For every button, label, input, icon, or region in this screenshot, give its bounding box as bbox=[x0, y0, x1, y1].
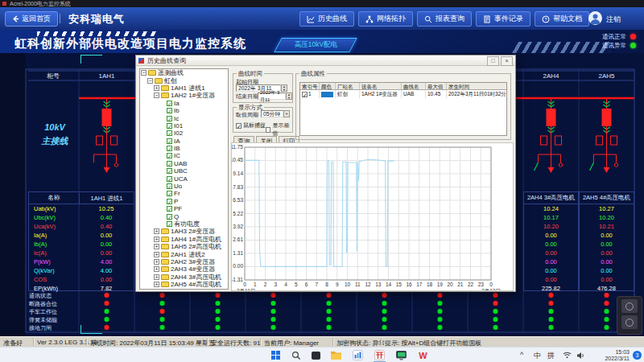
nav-history-curve-button[interactable]: 历史曲线 bbox=[299, 11, 354, 27]
end-date-field[interactable]: 2022年 3月11 bbox=[258, 93, 286, 100]
meter-value: 10.20 bbox=[580, 214, 634, 221]
nav-network-topology-button[interactable]: 网络拓扑 bbox=[358, 11, 413, 27]
tree-expand-icon[interactable]: + bbox=[154, 244, 159, 249]
show-extremes-checkbox[interactable] bbox=[266, 127, 270, 133]
tree-item[interactable]: ✓Uo bbox=[140, 183, 228, 190]
nav-report-query-button[interactable]: 报表查询 bbox=[417, 11, 472, 27]
tree-expand-icon[interactable]: + bbox=[154, 282, 159, 287]
tree-item[interactable]: ✓IA bbox=[140, 138, 228, 145]
signal-checkbox-icon[interactable]: ✓ bbox=[167, 221, 172, 227]
tree-expand-icon[interactable]: − bbox=[154, 93, 159, 98]
scada-app-button[interactable] bbox=[374, 349, 386, 362]
legend-dot bbox=[630, 34, 636, 39]
tree-item[interactable]: ✓UAB bbox=[140, 160, 228, 167]
tree-item[interactable]: ✓UCA bbox=[140, 175, 228, 182]
tree-item[interactable]: ✓IB bbox=[140, 145, 228, 152]
signal-checkbox-icon[interactable]: ✓ bbox=[167, 191, 172, 196]
svg-text:6: 6 bbox=[305, 282, 308, 287]
notification-badge[interactable]: 3 bbox=[633, 351, 642, 360]
tree-item[interactable]: −遥测曲线 bbox=[140, 69, 228, 76]
signal-checkbox-icon[interactable]: ✓ bbox=[167, 161, 172, 167]
tree-item[interactable]: ✓P bbox=[140, 198, 228, 205]
nav-event-record-button[interactable]: 事件记录 bbox=[476, 11, 530, 27]
avatar[interactable] bbox=[588, 11, 602, 25]
tab-hv-10kv[interactable]: 高压10kV配电 bbox=[274, 38, 357, 52]
signal-checkbox-icon[interactable]: ✓ bbox=[167, 108, 172, 113]
signal-checkbox-icon[interactable]: ✓ bbox=[167, 153, 172, 158]
signal-checkbox-icon[interactable]: ✓ bbox=[167, 214, 172, 220]
close-button[interactable]: × bbox=[501, 56, 513, 66]
signal-checkbox-icon[interactable]: ✓ bbox=[167, 183, 172, 189]
ime-mode-indicator[interactable]: 拼 bbox=[547, 351, 555, 361]
tree-expand-icon[interactable]: + bbox=[154, 228, 159, 234]
signal-checkbox-icon[interactable]: ✓ bbox=[167, 206, 172, 212]
tree-item[interactable]: ✓UBC bbox=[140, 167, 228, 175]
curve-enabled-checkbox[interactable]: ✓ bbox=[302, 92, 308, 97]
tree-expand-icon[interactable]: + bbox=[154, 85, 159, 91]
tray-chevron[interactable]: ^ bbox=[520, 351, 523, 359]
monitor-app-button[interactable] bbox=[395, 349, 407, 361]
widget-capture-icon[interactable] bbox=[621, 299, 638, 313]
tree-item[interactable]: −1AH2 1#变压器 bbox=[140, 92, 228, 99]
signal-checkbox-icon[interactable]: ✓ bbox=[167, 123, 172, 129]
mouse-capture-checkbox[interactable]: ✓ bbox=[236, 123, 242, 129]
widget-tool-icon[interactable] bbox=[621, 315, 638, 329]
nav-help-doc-button[interactable]: ?帮助文档 bbox=[535, 11, 589, 27]
signal-checkbox-icon[interactable]: ✓ bbox=[167, 138, 172, 144]
period-dropdown-icon[interactable]: ▼ bbox=[283, 110, 290, 117]
tree-item[interactable]: ✓Ib bbox=[140, 107, 228, 114]
file-explorer-button[interactable] bbox=[330, 349, 342, 361]
search-button[interactable] bbox=[290, 349, 302, 361]
signal-checkbox-icon[interactable]: ✓ bbox=[167, 199, 172, 204]
tree-item[interactable]: +2AH5 4#高压电机 bbox=[140, 281, 228, 288]
back-home-button[interactable]: 返回首页 bbox=[5, 11, 58, 27]
dark-app-icon bbox=[312, 352, 320, 360]
tree-item[interactable]: ✓PF bbox=[140, 205, 228, 212]
tree-item[interactable]: ✓IC bbox=[140, 152, 228, 159]
tree-item[interactable]: ✓Ia bbox=[140, 100, 228, 107]
logout-button[interactable]: 注销 bbox=[606, 14, 621, 25]
signal-checkbox-icon[interactable]: ✓ bbox=[167, 146, 172, 151]
meter-value: 0.00 bbox=[580, 276, 634, 283]
statusbar-separator bbox=[260, 338, 262, 346]
signal-checkbox-icon[interactable]: ✓ bbox=[167, 176, 172, 182]
tree-expand-icon[interactable]: + bbox=[154, 274, 159, 280]
maximize-button[interactable]: □ bbox=[487, 56, 499, 66]
floating-widget[interactable] bbox=[617, 296, 642, 335]
props-data-row[interactable]: ✓1虹创1AH2 1#变压器UAB10.452022年3月11日01时32分 bbox=[300, 90, 506, 98]
svg-text:10: 10 bbox=[345, 282, 351, 287]
tree-item[interactable]: ✓Ic bbox=[140, 114, 228, 121]
tree-expand-icon[interactable]: + bbox=[154, 259, 159, 265]
tree-item[interactable]: ✓I02 bbox=[140, 130, 228, 137]
signal-checkbox-icon[interactable]: ✓ bbox=[167, 116, 172, 121]
signal-checkbox-icon[interactable]: ✓ bbox=[167, 168, 172, 174]
tree-item[interactable]: ✓Fr bbox=[140, 190, 228, 197]
header-band: 虹科创新外部供电改造项目电力监控系统 高压10kV配电 bbox=[0, 30, 644, 53]
ime-indicator[interactable]: 中 bbox=[534, 351, 541, 361]
end-date-spinner[interactable]: ▲▼ bbox=[286, 93, 292, 100]
tree-expand-icon[interactable]: + bbox=[154, 237, 159, 242]
svg-text:3月11日: 3月11日 bbox=[237, 288, 255, 290]
signal-checkbox-icon[interactable]: ✓ bbox=[167, 130, 172, 136]
meter-row: 0.00 bbox=[524, 249, 578, 257]
meter-value: 4.00 bbox=[79, 258, 134, 265]
chart-app-button[interactable] bbox=[352, 349, 364, 361]
tree-expand-icon[interactable]: − bbox=[147, 78, 153, 84]
signal-checkbox-icon[interactable]: ✓ bbox=[167, 101, 172, 106]
dialog-titlebar[interactable]: 历史曲线查询 □ × bbox=[136, 56, 515, 66]
tree-expand-icon[interactable]: − bbox=[141, 70, 147, 76]
curve-tree[interactable]: −遥测曲线−虹创+1AH1 进线1−1AH2 1#变压器✓Ia✓Ib✓Ic✓I0… bbox=[139, 68, 229, 290]
volume-button[interactable] bbox=[575, 349, 587, 361]
wps-app-button[interactable]: W bbox=[417, 349, 429, 361]
task-view-button[interactable] bbox=[310, 349, 322, 361]
start-button[interactable] bbox=[270, 349, 282, 361]
taskbar-clock[interactable]: 15:03 2022/3/11 bbox=[597, 349, 630, 362]
tree-expand-icon[interactable]: + bbox=[154, 252, 159, 257]
meter-value: 225.82 bbox=[524, 285, 578, 292]
tree-item[interactable]: ✓I01 bbox=[140, 122, 228, 130]
svg-text:4: 4 bbox=[284, 282, 287, 287]
wifi-button[interactable] bbox=[561, 349, 573, 361]
tree-expand-icon[interactable]: + bbox=[154, 266, 159, 272]
period-select[interactable]: 05分钟 bbox=[261, 110, 283, 117]
status-row-label: 接地刀闸 bbox=[29, 324, 77, 332]
